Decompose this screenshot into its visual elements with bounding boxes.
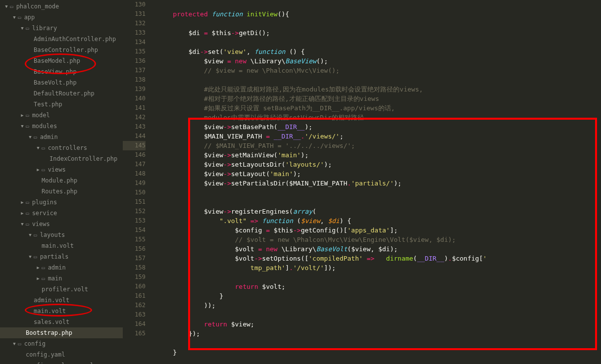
- code-line[interactable]: $volt->setOptions(['compiledPath' => dir…: [157, 254, 601, 263]
- tree-folder[interactable]: ▶▭model: [0, 110, 123, 121]
- tree-folder[interactable]: ▶▭views: [0, 164, 123, 175]
- folder-icon: ▭: [42, 275, 45, 282]
- tree-folder[interactable]: ▼▭controllers: [0, 142, 123, 153]
- tree-file[interactable]: Routes.php: [0, 186, 123, 197]
- code-line[interactable]: #此处只能设置成相对路径,因为在modules加载时会设置绝对路径的views,: [157, 85, 601, 94]
- code-line[interactable]: $config = $this->getConfig()['apps_data'…: [157, 226, 601, 235]
- disclosure-arrow-icon[interactable]: ▶: [36, 276, 41, 281]
- code-line[interactable]: $volt = new \Library\BaseVolt($view, $di…: [157, 244, 601, 254]
- tree-file[interactable]: BaseModel.php: [0, 55, 123, 66]
- disclosure-arrow-icon[interactable]: ▼: [12, 341, 17, 346]
- code-line[interactable]: [157, 38, 601, 47]
- code-line[interactable]: [157, 75, 601, 85]
- code-line[interactable]: modules中需要以此路径设置setViewsDir的相对路径: [157, 113, 601, 122]
- disclosure-arrow-icon[interactable]: ▼: [20, 124, 25, 129]
- tree-item-label: BaseModel.php: [34, 57, 80, 64]
- tree-file[interactable]: Module.php: [0, 175, 123, 186]
- disclosure-arrow-icon[interactable]: ▼: [36, 145, 41, 150]
- tree-file[interactable]: BaseView.php: [0, 66, 123, 77]
- tree-folder[interactable]: ▼▭views: [0, 219, 123, 229]
- line-number: 135: [123, 47, 146, 56]
- code-line[interactable]: [157, 188, 601, 197]
- disclosure-arrow-icon[interactable]: ▼: [28, 254, 33, 259]
- code-line[interactable]: [157, 19, 601, 28]
- disclosure-arrow-icon[interactable]: ▼: [12, 15, 17, 20]
- disclosure-arrow-icon[interactable]: ▼: [20, 222, 25, 227]
- code-line[interactable]: return $volt;: [157, 282, 601, 291]
- folder-icon: ▭: [34, 134, 37, 140]
- tree-folder[interactable]: ▶▭main: [0, 273, 123, 284]
- code-line[interactable]: protected function initView(){: [157, 9, 601, 19]
- disclosure-arrow-icon[interactable]: ▼: [28, 135, 33, 139]
- code-line[interactable]: $di->set('view', function () {: [157, 47, 601, 56]
- tree-file[interactable]: main.volt: [0, 240, 123, 251]
- tree-folder[interactable]: ▶▭admin: [0, 262, 123, 273]
- code-line[interactable]: tmp_path'].'/volt/']);: [157, 263, 601, 273]
- code-content[interactable]: protected function initView(){ $di = $th…: [151, 0, 601, 364]
- code-line[interactable]: $view->setMainView('main');: [157, 150, 601, 160]
- disclosure-arrow-icon[interactable]: ▼: [28, 232, 33, 237]
- disclosure-arrow-icon[interactable]: ▶: [36, 167, 41, 172]
- tree-item-label: sales.volt: [34, 318, 69, 325]
- code-line[interactable]: $di = $this->getDi();: [157, 28, 601, 38]
- tree-folder[interactable]: ▼▭layouts: [0, 229, 123, 240]
- code-line[interactable]: [157, 338, 601, 348]
- tree-folder[interactable]: ▼▭config: [0, 338, 123, 349]
- tree-file[interactable]: Bootstrap.php: [0, 327, 123, 338]
- code-editor[interactable]: 1301311321331341351361371381391401411421…: [123, 0, 601, 364]
- code-line[interactable]: $view->setLayout('main');: [157, 169, 601, 179]
- code-line[interactable]: }: [157, 348, 601, 357]
- tree-folder[interactable]: ▼▭modules: [0, 121, 123, 132]
- tree-file[interactable]: sales.volt: [0, 317, 123, 327]
- tree-file[interactable]: IndexController.php: [0, 153, 123, 164]
- tree-item-label: AdminAuthController.php: [34, 36, 116, 43]
- disclosure-arrow-icon[interactable]: ▶: [20, 113, 25, 118]
- tree-folder[interactable]: ▼▭library: [0, 23, 123, 34]
- tree-file[interactable]: profiler.volt: [0, 284, 123, 295]
- code-line[interactable]: $view->setLayoutsDir('layouts/');: [157, 160, 601, 169]
- tree-file[interactable]: main.volt: [0, 306, 123, 317]
- code-line[interactable]: [157, 310, 601, 319]
- code-line[interactable]: [157, 197, 601, 207]
- code-line[interactable]: $view = new \Library\BaseView();: [157, 56, 601, 66]
- code-line[interactable]: #如果反过来只设置 setBasePath为__DIR__.app/views的…: [157, 103, 601, 113]
- tree-folder[interactable]: ▼▭app: [0, 12, 123, 23]
- code-line[interactable]: $view->registerEngines(array(: [157, 207, 601, 216]
- tree-item-label: layouts: [40, 231, 65, 238]
- tree-file[interactable]: DefaultRouter.php: [0, 88, 123, 99]
- tree-file[interactable]: admin.volt: [0, 295, 123, 306]
- code-line[interactable]: $MAIN_VIEW_PATH = __DIR__.'/views/';: [157, 132, 601, 141]
- tree-folder[interactable]: ▼▭admin: [0, 132, 123, 142]
- disclosure-arrow-icon[interactable]: ▼: [4, 4, 9, 9]
- code-line[interactable]: [157, 0, 601, 9]
- tree-file[interactable]: BaseController.php: [0, 45, 123, 55]
- disclosure-arrow-icon[interactable]: ▶: [20, 200, 25, 205]
- tree-folder[interactable]: ▼▭partials: [0, 251, 123, 262]
- tree-file[interactable]: config.yaml: [0, 349, 123, 360]
- code-line[interactable]: #相对于那个绝对路径的路径,才能正确匹配到主目录的views: [157, 94, 601, 103]
- tree-file[interactable]: Test.php: [0, 99, 123, 110]
- disclosure-arrow-icon[interactable]: ▼: [20, 26, 25, 31]
- tree-folder[interactable]: ▶▭plugins: [0, 197, 123, 208]
- tree-file[interactable]: BaseVolt.php: [0, 77, 123, 88]
- code-line[interactable]: ));: [157, 301, 601, 310]
- disclosure-arrow-icon[interactable]: ▶: [36, 265, 41, 270]
- code-line[interactable]: // $volt = new \Phalcon\Mvc\View\Engine\…: [157, 235, 601, 244]
- code-line[interactable]: ".volt" => function ($view, $di) {: [157, 216, 601, 226]
- code-line[interactable]: }: [157, 291, 601, 301]
- disclosure-arrow-icon[interactable]: ▶: [20, 211, 25, 216]
- line-number: 148: [123, 169, 146, 179]
- code-line[interactable]: // $view = new \Phalcon\Mvc\View();: [157, 66, 601, 75]
- line-number: 160: [123, 282, 146, 291]
- code-line[interactable]: [157, 273, 601, 282]
- code-line[interactable]: // $MAIN_VIEW_PATH = '../../../views/';: [157, 141, 601, 150]
- tree-folder[interactable]: ▼▭phalcon_mode: [0, 1, 123, 12]
- code-line[interactable]: });: [157, 329, 601, 338]
- tree-file[interactable]: AdminAuthController.php: [0, 34, 123, 45]
- tree-folder[interactable]: ▶▭service: [0, 208, 123, 219]
- code-line[interactable]: $view->setPartialsDir($MAIN_VIEW_PATH.'p…: [157, 179, 601, 188]
- tree-file[interactable]: config.yaml. example: [0, 360, 123, 364]
- file-tree-sidebar[interactable]: ▼▭phalcon_mode▼▭app▼▭library AdminAuthCo…: [0, 0, 123, 364]
- code-line[interactable]: return $view;: [157, 319, 601, 329]
- code-line[interactable]: $view->setBasePath(__DIR__);: [157, 122, 601, 132]
